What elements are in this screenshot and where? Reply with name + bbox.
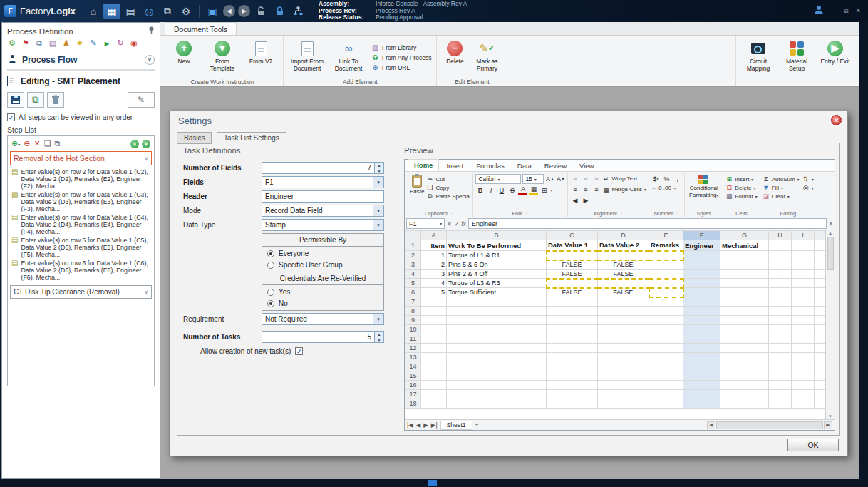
percent-button[interactable]: % — [662, 174, 671, 183]
decrease-indent-button[interactable]: ◀ — [570, 195, 579, 205]
radio-icon[interactable] — [267, 300, 274, 307]
archive-icon[interactable]: ▤ — [122, 4, 139, 19]
dialog-launcher-icon[interactable]: ⋱ — [450, 210, 454, 217]
collapse-all-button[interactable]: ∨ — [142, 140, 150, 148]
cell-D9[interactable] — [598, 316, 649, 325]
cell-E2[interactable] — [649, 251, 683, 260]
cell-G7[interactable] — [720, 297, 769, 307]
cell-C12[interactable] — [547, 344, 598, 353]
cell-F17[interactable] — [683, 390, 720, 399]
unlock-icon[interactable] — [252, 4, 269, 19]
cell-D6[interactable]: FALSE — [598, 288, 649, 297]
cell-C3[interactable]: FALSE — [547, 260, 598, 270]
cell-A11[interactable] — [421, 334, 447, 344]
refresh-icon[interactable]: ↻ — [115, 39, 125, 48]
expand-all-button[interactable]: ∧ — [130, 140, 139, 148]
grow-font-button[interactable]: A▲ — [545, 175, 554, 184]
cell-D13[interactable] — [598, 353, 649, 362]
cell-G14[interactable] — [720, 362, 769, 371]
cell-B5[interactable]: Torque of L3 & R3 — [447, 279, 547, 288]
strikethrough-button[interactable]: S — [507, 185, 517, 195]
radio-everyone[interactable]: Everyone — [267, 250, 378, 257]
cell-B2[interactable]: Torque of L1 & R1 — [447, 251, 547, 260]
insert-cells-button[interactable]: ⊞Insert▾ — [725, 175, 757, 183]
cell-F15[interactable] — [683, 371, 720, 381]
cell-overflow[interactable] — [815, 297, 825, 307]
column-header-E[interactable]: E — [649, 231, 683, 240]
back-icon[interactable]: ◀ — [223, 5, 235, 17]
cell-H9[interactable] — [769, 316, 792, 325]
cell-I17[interactable] — [792, 390, 815, 399]
cell-H16[interactable] — [769, 381, 792, 390]
dialog-launcher-icon[interactable]: ⋱ — [619, 210, 624, 217]
last-sheet-icon[interactable]: ▶| — [431, 421, 438, 429]
cell-I10[interactable] — [792, 325, 815, 334]
cell-I9[interactable] — [792, 316, 815, 325]
insert-function-icon[interactable]: fx — [461, 220, 466, 227]
cell-F14[interactable] — [683, 362, 720, 371]
cancel-entry-icon[interactable]: ✕ — [447, 220, 452, 227]
number-of-tasks-stepper[interactable]: 5 ▲▼ — [262, 331, 384, 343]
prev-sheet-icon[interactable]: ◀ — [416, 421, 421, 429]
cell-I7[interactable] — [792, 297, 815, 307]
ok-button[interactable]: OK — [787, 439, 839, 451]
cell-A15[interactable] — [421, 371, 447, 381]
row-header-17[interactable]: 17 — [405, 390, 421, 399]
paste-step-button[interactable]: ⧉ — [55, 139, 61, 148]
cell-E12[interactable] — [649, 344, 683, 353]
spinner-buttons[interactable]: ▲▼ — [374, 163, 383, 173]
cell-overflow[interactable] — [815, 371, 825, 381]
cell-B16[interactable] — [447, 381, 547, 390]
delete-step-icon[interactable]: ✕ — [33, 139, 40, 148]
radio-icon[interactable] — [267, 289, 274, 296]
increase-decimal-button[interactable]: ←.0 — [651, 185, 662, 191]
dropdown-icon[interactable]: ▾ — [373, 220, 383, 230]
add-step-button[interactable]: ⊕▾ — [11, 139, 20, 148]
cell-overflow[interactable] — [815, 344, 825, 353]
lock-icon[interactable] — [271, 4, 288, 19]
cell-F18[interactable] — [683, 399, 720, 409]
cell-overflow[interactable] — [815, 270, 825, 279]
cell-B9[interactable] — [447, 316, 547, 325]
cell-C7[interactable] — [547, 297, 598, 307]
font-size-select[interactable]: 15▾ — [522, 174, 544, 184]
cell-D12[interactable] — [598, 344, 649, 353]
from-v7-button[interactable]: From V7 — [242, 38, 280, 77]
copy-step-button[interactable]: ❏ — [44, 139, 51, 148]
cell-E7[interactable] — [649, 297, 683, 307]
cell-overflow[interactable] — [815, 381, 825, 390]
align-left-button[interactable]: ≡ — [570, 185, 579, 194]
cell-A7[interactable] — [421, 297, 447, 307]
cell-D11[interactable] — [598, 334, 649, 344]
cell-overflow[interactable] — [815, 251, 825, 260]
expand-formula-bar-icon[interactable]: ∧ — [829, 220, 833, 227]
cell-H11[interactable] — [769, 334, 792, 344]
cell-F10[interactable] — [683, 325, 720, 334]
cell-overflow[interactable] — [815, 240, 825, 251]
cell-D3[interactable]: FALSE — [598, 260, 649, 270]
minimize-button[interactable]: – — [833, 7, 837, 15]
cell-H13[interactable] — [769, 353, 792, 362]
cell-E16[interactable] — [649, 381, 683, 390]
decrease-decimal-button[interactable]: .00→ — [663, 185, 677, 191]
cell-overflow[interactable] — [815, 325, 825, 334]
cell-H6[interactable] — [769, 288, 792, 297]
cell-A2[interactable]: 1 — [421, 251, 447, 260]
step-list-item[interactable]: ▤Enter value(s) on row 6 for Data Value … — [10, 259, 152, 282]
cell-overflow[interactable] — [815, 316, 825, 325]
allow-creation-checkbox-row[interactable]: Allow creation of new task(s) ✓ — [200, 347, 398, 355]
cell-D16[interactable] — [598, 381, 649, 390]
dropdown-icon[interactable]: ▾ — [373, 205, 383, 216]
cell-E4[interactable] — [649, 270, 683, 279]
cell-F13[interactable] — [683, 353, 720, 362]
column-header-H[interactable]: H — [769, 231, 792, 240]
header-input[interactable]: Engineer — [262, 190, 384, 203]
copy-icon[interactable]: ⧉ — [34, 39, 44, 48]
radio-specific-user-group[interactable]: Specific User Group — [267, 261, 378, 269]
cell-I2[interactable] — [792, 251, 815, 260]
org-chart-icon[interactable] — [289, 4, 306, 19]
dialog-launcher-icon[interactable]: ⋱ — [525, 210, 529, 217]
step-list-item[interactable]: ▤Enter value(s) on row 2 for Data Value … — [10, 168, 152, 190]
format-cells-button[interactable]: ▦Format▾ — [725, 193, 757, 200]
cell-C18[interactable] — [547, 399, 598, 409]
